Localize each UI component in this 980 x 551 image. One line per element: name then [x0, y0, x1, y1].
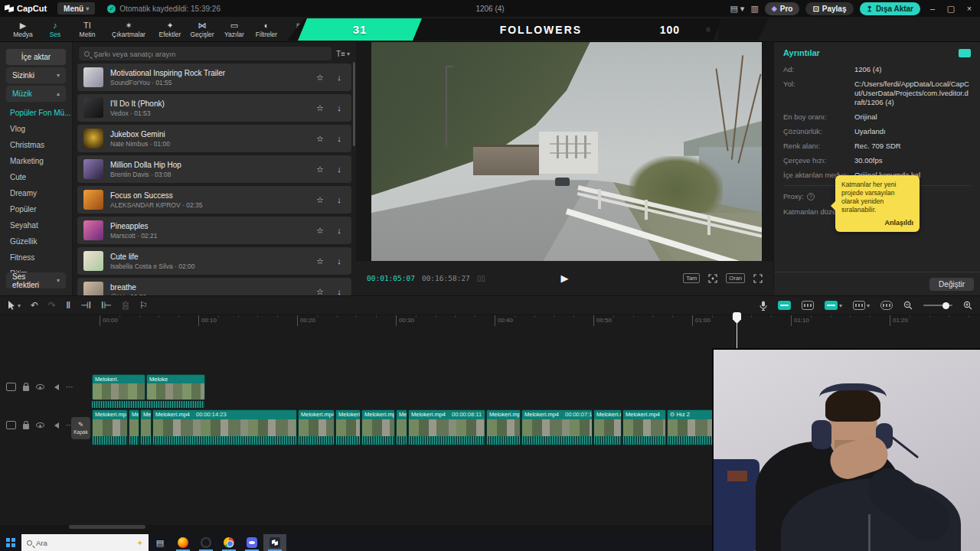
- lock-icon[interactable]: [23, 424, 29, 429]
- import-button[interactable]: İçe aktar: [6, 49, 66, 65]
- minimize-button[interactable]: –: [926, 4, 939, 13]
- video-clip[interactable]: Melokeri.mp4: [298, 409, 335, 445]
- music-dropdown[interactable]: Müzik ▴: [6, 86, 66, 102]
- filter-sort-icon[interactable]: T≡ ▾: [336, 50, 350, 58]
- zoom-in-icon[interactable]: [963, 301, 972, 310]
- music-track-row[interactable]: breathe @LV · 03:53 ☆ ↓: [77, 278, 351, 295]
- music-category-item[interactable]: Dreamy: [0, 185, 72, 201]
- music-search-box[interactable]: [79, 47, 332, 60]
- music-category-item[interactable]: Güzellik: [0, 233, 72, 249]
- music-category-item[interactable]: Seyahat: [0, 217, 72, 233]
- toolbar-item[interactable]: ⋈ Geçişler: [187, 21, 217, 38]
- music-category-item[interactable]: Cute: [0, 169, 72, 185]
- overlay-clip[interactable]: Meloke: [146, 374, 205, 400]
- delete-right-icon[interactable]: Ⅰ⊢: [101, 300, 112, 311]
- play-button[interactable]: ▶: [561, 272, 569, 284]
- video-clip[interactable]: Mek: [396, 409, 407, 445]
- download-icon[interactable]: ↓: [333, 103, 345, 112]
- toolbar-item[interactable]: ▭ Yazılar: [219, 21, 250, 38]
- toolbar-item[interactable]: ▶ Medya: [8, 21, 38, 38]
- cover-button[interactable]: ✎ Kapak: [71, 417, 90, 439]
- toolbar-item[interactable]: ✶ Çıkartmalar: [104, 21, 153, 38]
- overlay-clip[interactable]: Melokeri.: [92, 374, 145, 400]
- favorite-star-icon[interactable]: ☆: [314, 73, 326, 83]
- video-clip[interactable]: Melokeri.mp4 00:0: [622, 409, 666, 445]
- share-button[interactable]: ⊡ Paylaş: [805, 2, 853, 15]
- split-icon[interactable]: Ⅱ: [66, 300, 70, 311]
- video-clip[interactable]: Melokeri.mp4 00:00:14:23: [152, 409, 297, 445]
- export-button[interactable]: ↥ Dışa Aktar: [860, 2, 921, 15]
- favorite-star-icon[interactable]: ☆: [314, 195, 326, 205]
- music-category-item[interactable]: Popüler Fon Mü...: [0, 105, 72, 121]
- record-voice-icon[interactable]: [760, 301, 767, 311]
- pro-button[interactable]: ◆ Pro: [765, 2, 800, 15]
- music-category-item[interactable]: Popüler: [0, 201, 72, 217]
- close-button[interactable]: ×: [963, 4, 975, 13]
- video-clip[interactable]: Melokeri.mp4 00:00:08:11: [408, 409, 485, 445]
- download-icon[interactable]: ↓: [333, 256, 345, 266]
- taskbar-search-input[interactable]: [36, 539, 113, 547]
- video-clip[interactable]: Melokeri.mp4: [486, 409, 521, 445]
- download-icon[interactable]: ↓: [333, 226, 345, 235]
- ratio-button[interactable]: Oran: [726, 273, 745, 283]
- mute-icon[interactable]: [51, 422, 59, 429]
- hide-track-icon[interactable]: [36, 422, 44, 428]
- music-track-row[interactable]: Cute life Isabella Costa e Silva · 02:00…: [77, 247, 351, 275]
- link-clips-icon[interactable]: [778, 301, 791, 310]
- delete-left-icon[interactable]: ⊣Ⅰ: [80, 300, 91, 311]
- video-clip[interactable]: Melokeri: [335, 409, 361, 445]
- tooltip-ok-button[interactable]: Anlaşıldı: [841, 219, 913, 227]
- download-icon[interactable]: ↓: [333, 195, 345, 204]
- frame-view-icon[interactable]: [802, 301, 814, 310]
- download-icon[interactable]: ↓: [333, 134, 345, 143]
- video-clip[interactable]: Melokeri.mp4 00:00:07:15: [521, 409, 593, 445]
- marker-flag-icon[interactable]: ⚐: [139, 300, 148, 311]
- video-clip[interactable]: Me: [140, 409, 152, 445]
- music-search-input[interactable]: [93, 50, 326, 58]
- music-category-item[interactable]: Fitness: [0, 249, 72, 266]
- taskbar-discord[interactable]: [240, 534, 263, 551]
- select-cursor-icon[interactable]: ▾: [8, 301, 21, 310]
- download-icon[interactable]: ↓: [333, 165, 345, 174]
- fullscreen-icon[interactable]: [753, 274, 763, 283]
- video-clip[interactable]: Melokeri.mp: [593, 409, 622, 445]
- toolbar-item[interactable]: ✦ Efektler: [155, 21, 185, 38]
- zoom-slider-knob[interactable]: [942, 302, 949, 309]
- start-button[interactable]: [0, 534, 21, 551]
- lock-icon[interactable]: [23, 386, 29, 391]
- menu-button[interactable]: Menü ▾: [57, 2, 95, 15]
- download-icon[interactable]: ↓: [333, 73, 345, 82]
- timeline-scrollbar[interactable]: [69, 525, 145, 529]
- music-track-row[interactable]: I'll Do It (Phonk) Vedox · 01:53 ☆ ↓: [77, 94, 351, 122]
- favorite-star-icon[interactable]: ☆: [314, 226, 326, 236]
- toolbar-item[interactable]: ♪ Ses: [40, 21, 70, 38]
- change-button[interactable]: Değiştir: [929, 278, 974, 291]
- video-preview[interactable]: [371, 42, 762, 261]
- toolbar-item[interactable]: ◐ Filtreler: [251, 21, 282, 38]
- maximize-button[interactable]: ▢: [945, 4, 957, 14]
- focus-icon[interactable]: [708, 274, 717, 283]
- taskbar-chrome[interactable]: [217, 534, 240, 551]
- taskbar-app-dark[interactable]: [194, 534, 217, 551]
- video-clip[interactable]: Melokeri.mp: [92, 409, 128, 445]
- favorite-star-icon[interactable]: ☆: [314, 134, 326, 144]
- mute-icon[interactable]: [51, 384, 59, 390]
- video-clip[interactable]: Me: [129, 409, 139, 445]
- taskbar-capcut[interactable]: [263, 534, 286, 551]
- video-clip[interactable]: Melokeri.mp4: [361, 409, 395, 445]
- timeline-zoom-slider[interactable]: [923, 305, 952, 306]
- preview-axis-icon[interactable]: [880, 301, 893, 310]
- favorite-star-icon[interactable]: ☆: [314, 165, 326, 174]
- undo-icon[interactable]: ↶: [31, 300, 38, 311]
- music-track-row[interactable]: Motivational Inspiring Rock Trailer Soun…: [77, 64, 351, 91]
- favorite-star-icon[interactable]: ☆: [314, 256, 326, 266]
- more-options-icon[interactable]: ⋯: [66, 383, 74, 391]
- redo-icon[interactable]: ↷: [48, 300, 56, 311]
- music-track-row[interactable]: Jukebox Gemini Nate Nimbus · 01:00 ☆ ↓: [77, 125, 351, 152]
- taskbar-firefox[interactable]: [172, 534, 194, 551]
- music-category-item[interactable]: Vlog: [0, 121, 72, 137]
- taskbar-search[interactable]: ✦: [21, 534, 149, 551]
- music-track-row[interactable]: Focus on Success ALEKSANDAR KIPROV · 02:…: [77, 186, 351, 214]
- music-category-item[interactable]: Marketing: [0, 153, 72, 169]
- panel-toggle-icon[interactable]: [959, 49, 971, 57]
